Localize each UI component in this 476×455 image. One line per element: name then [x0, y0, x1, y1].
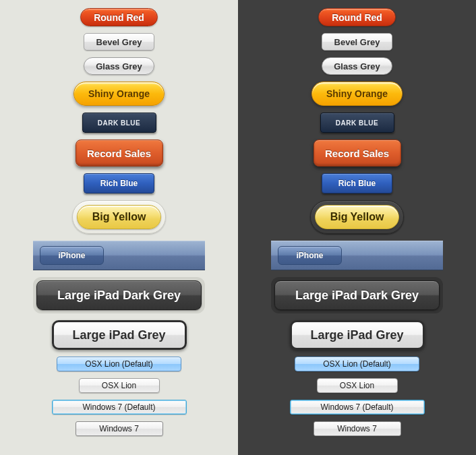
record-sales-button[interactable]: Record Sales: [314, 140, 401, 166]
iphone-nav-bar: iPhone: [271, 241, 443, 270]
glass-grey-button[interactable]: Glass Grey: [84, 57, 154, 75]
large-ipad-dark-grey-button[interactable]: Large iPad Dark Grey: [274, 280, 440, 310]
large-ipad-dark-grey-button[interactable]: Large iPad Dark Grey: [36, 280, 202, 310]
iphone-button[interactable]: iPhone: [278, 246, 342, 265]
dark-blue-button[interactable]: DARK BLUE: [320, 113, 394, 133]
osx-lion-button[interactable]: OSX Lion: [79, 378, 160, 393]
rich-blue-button[interactable]: Rich Blue: [84, 173, 154, 193]
ipad-dark-wrap: Large iPad Dark Grey: [33, 277, 205, 313]
big-yellow-button[interactable]: Big Yellow: [77, 205, 161, 229]
bevel-grey-button[interactable]: Bevel Grey: [84, 33, 154, 51]
big-yellow-wrap: Big Yellow: [310, 200, 404, 234]
osx-lion-default-button[interactable]: OSX Lion (Default): [57, 357, 181, 371]
round-red-button[interactable]: Round Red: [80, 8, 158, 26]
record-sales-button[interactable]: Record Sales: [76, 140, 163, 166]
round-red-button[interactable]: Round Red: [318, 8, 396, 26]
windows-7-button[interactable]: Windows 7: [314, 421, 401, 436]
dark-blue-button[interactable]: DARK BLUE: [82, 113, 156, 133]
ipad-dark-wrap: Large iPad Dark Grey: [271, 277, 443, 313]
osx-lion-button[interactable]: OSX Lion: [317, 378, 398, 393]
light-panel: Round Red Bevel Grey Glass Grey Shiny Or…: [0, 0, 238, 455]
bevel-grey-button[interactable]: Bevel Grey: [322, 33, 392, 51]
windows-7-default-button[interactable]: Windows 7 (Default): [290, 400, 425, 415]
big-yellow-wrap: Big Yellow: [72, 200, 166, 234]
windows-7-default-button[interactable]: Windows 7 (Default): [52, 400, 187, 415]
big-yellow-button[interactable]: Big Yellow: [315, 205, 399, 229]
large-ipad-grey-button[interactable]: Large iPad Grey: [52, 320, 187, 350]
dark-panel: Round Red Bevel Grey Glass Grey Shiny Or…: [238, 0, 476, 455]
large-ipad-grey-button[interactable]: Large iPad Grey: [290, 320, 425, 350]
glass-grey-button[interactable]: Glass Grey: [322, 57, 392, 75]
shiny-orange-button[interactable]: Shiny Orange: [73, 82, 165, 106]
rich-blue-button[interactable]: Rich Blue: [322, 173, 392, 193]
shiny-orange-button[interactable]: Shiny Orange: [311, 82, 403, 106]
windows-7-button[interactable]: Windows 7: [76, 421, 163, 436]
iphone-button[interactable]: iPhone: [40, 246, 104, 265]
osx-lion-default-button[interactable]: OSX Lion (Default): [295, 357, 419, 371]
iphone-nav-bar: iPhone: [33, 241, 205, 270]
